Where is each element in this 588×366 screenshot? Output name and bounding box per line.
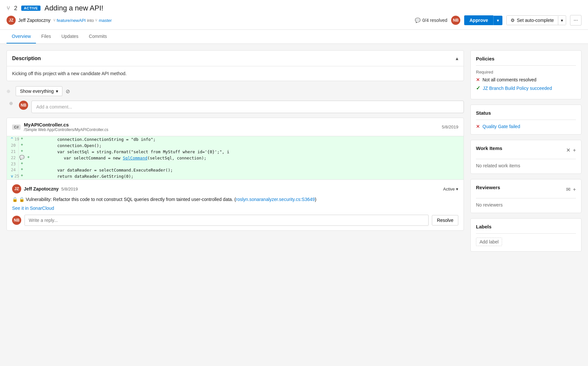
code-line-25: v25 + return dataReader.GetString(0); <box>7 173 464 179</box>
content-area: Description ▴ Kicking off this project w… <box>7 50 470 257</box>
reviewer-avatar: NB <box>451 16 460 25</box>
line-marker-25: + <box>19 173 25 179</box>
description-header: Description ▴ <box>7 51 464 66</box>
reviewers-mail-button[interactable]: ✉ <box>566 186 570 192</box>
work-items-actions: ✕ + <box>566 147 576 153</box>
branch-icon: ⑂ <box>53 18 56 23</box>
status-active-label: Active <box>443 187 455 191</box>
line-code-21: var selectSql = string.Format("select fr… <box>25 149 464 155</box>
policy-success-icon-2: ✓ <box>476 85 480 91</box>
add-label-button[interactable]: Add label <box>476 238 502 246</box>
collapse-down-icon-25[interactable]: v <box>9 174 14 178</box>
line-num-23: 23 <box>7 161 19 167</box>
work-items-close-button[interactable]: ✕ <box>566 147 570 153</box>
filter-clear-button[interactable]: ⊘ <box>66 88 70 94</box>
pr-title-row: ⑂ 2 ACTIVE Adding a new API! <box>7 4 581 12</box>
autocomplete-dropdown-button[interactable]: ▾ <box>558 16 566 25</box>
autocomplete-button[interactable]: ⚙ Set auto-complete <box>507 16 558 25</box>
author-avatar: JZ <box>7 16 16 25</box>
comment-status[interactable]: Active ▾ <box>443 187 458 191</box>
line-code-20: connection.Open(); <box>25 142 464 149</box>
labels-title: Labels <box>476 224 576 229</box>
policy-item-1: ✕ Not all comments resolved <box>476 77 576 82</box>
line-num-24: 24 <box>7 167 19 173</box>
author-name: Jeff Zapotoczny <box>18 18 51 23</box>
code-line-19: ^19 + connection.ConnectionString = "db … <box>7 136 464 142</box>
line-code-24: var dataReader = selectCommand.ExecuteRe… <box>25 167 464 173</box>
comments-count: 💬 0/4 resolved <box>415 18 447 23</box>
tab-files[interactable]: Files <box>36 30 56 43</box>
add-comment-input[interactable]: Add a comment... <box>31 101 464 113</box>
add-thread-icon: ⊕ <box>9 101 13 106</box>
approve-button[interactable]: Approve <box>464 15 493 25</box>
reply-avatar: NB <box>12 216 21 225</box>
policies-title: Policies <box>476 56 576 61</box>
tab-overview[interactable]: Overview <box>7 30 36 43</box>
line-num-25: v25 <box>7 173 19 179</box>
approve-dropdown-button[interactable]: ▾ <box>493 16 502 25</box>
policies-section: Policies Required ✕ Not all comments res… <box>470 50 581 99</box>
file-card: C# MyAPIController.cs /Simple Web App/Co… <box>7 118 464 231</box>
line-code-23 <box>25 161 464 167</box>
reviewers-title: Reviewers <box>476 185 500 190</box>
see-in-sonarcloud-link[interactable]: See it in SonarCloud <box>12 206 54 211</box>
autocomplete-group: ⚙ Set auto-complete ▾ <box>506 15 566 25</box>
collapse-up-icon-19[interactable]: ^ <box>9 137 14 141</box>
file-name: MyAPIController.cs <box>24 122 108 127</box>
reply-input[interactable] <box>24 215 429 226</box>
status-chevron-icon: ▾ <box>456 187 458 191</box>
line-num-20: 20 <box>7 142 19 149</box>
inline-comment-icon-22[interactable]: 💬 <box>19 155 25 161</box>
sonar-rule-link[interactable]: roslyn.sonaranalyzer.security.cs:S3649 <box>236 197 315 202</box>
line-code-25: return dataReader.GetString(0); <box>25 173 464 179</box>
code-line-23: 23 + <box>7 161 464 167</box>
work-items-divider <box>476 159 576 159</box>
target-branch-link[interactable]: master <box>99 18 112 23</box>
labels-section: Labels Add label <box>470 218 581 252</box>
file-header: C# MyAPIController.cs /Simple Web App/Co… <box>7 118 464 136</box>
pr-meta-row: JZ Jeff Zapotoczny ⑂ feature/newAPI into… <box>7 15 581 25</box>
top-bar: ⑂ 2 ACTIVE Adding a new API! JZ Jeff Zap… <box>0 0 588 30</box>
more-options-button[interactable]: ··· <box>570 15 581 25</box>
description-card: Description ▴ Kicking off this project w… <box>7 50 464 81</box>
line-marker-22: + <box>25 155 32 161</box>
work-items-header: Work Items ✕ + <box>476 145 576 155</box>
autocomplete-icon: ⚙ <box>511 18 515 23</box>
tab-commits[interactable]: Commits <box>84 30 112 43</box>
line-marker-24: + <box>19 167 25 173</box>
required-label: Required <box>476 70 576 75</box>
comment-date: 5/8/2019 <box>61 187 78 191</box>
code-line-24: 24 + var dataReader = selectCommand.Exec… <box>7 167 464 173</box>
line-marker-21: + <box>19 149 25 155</box>
current-user-avatar: NB <box>19 101 28 110</box>
code-line-21: 21 + var selectSql = string.Format("sele… <box>7 149 464 155</box>
no-reviewers-text: No reviewers <box>476 202 503 208</box>
no-work-items-text: No related work items <box>476 163 520 168</box>
comment-author-name: Jeff Zapotoczny <box>24 186 59 191</box>
tab-updates[interactable]: Updates <box>56 30 84 43</box>
comments-resolved-text: 0/4 resolved <box>422 18 447 23</box>
pr-status-badge: ACTIVE <box>21 6 41 11</box>
line-num-22: 22 <box>7 155 19 161</box>
description-body: Kicking off this project with a new cand… <box>7 66 464 81</box>
reviewers-header: Reviewers ✉ + <box>476 185 576 194</box>
policy-error-icon-1: ✕ <box>476 77 480 82</box>
status-section: Status ✕ Quality Gate failed <box>470 105 581 135</box>
code-line-20: 20 + connection.Open(); <box>7 142 464 149</box>
target-branch-icon: ⑂ <box>95 18 97 23</box>
comment-author-avatar: JZ <box>12 184 21 193</box>
description-collapse-button[interactable]: ▴ <box>456 55 458 61</box>
resolve-button[interactable]: Resolve <box>432 215 458 225</box>
add-comment-row: ⊕ NB Add a comment... <box>7 101 464 113</box>
reviewers-add-button[interactable]: + <box>573 187 576 192</box>
quality-gate-link[interactable]: Quality Gate failed <box>482 124 520 129</box>
policy-text-1: Not all comments resolved <box>482 77 536 82</box>
work-items-add-button[interactable]: + <box>573 147 576 153</box>
status-divider <box>476 120 576 120</box>
source-branch-link[interactable]: feature/newAPI <box>57 18 86 23</box>
pr-number: 2 <box>14 5 17 12</box>
filter-dropdown-button[interactable]: Show everything ▾ <box>16 86 62 96</box>
line-num-21: 21 <box>7 149 19 155</box>
policy-link-2[interactable]: JZ Branch Build Policy succeeded <box>483 86 552 91</box>
description-title: Description <box>12 56 41 61</box>
